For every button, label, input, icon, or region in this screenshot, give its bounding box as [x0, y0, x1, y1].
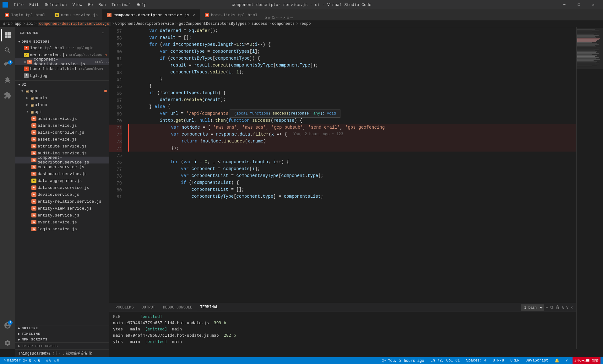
tree-dashboard-service[interactable]: A dashboard.service.js — [15, 170, 109, 177]
activity-accounts[interactable]: 1 — [1, 319, 14, 332]
device-service-icon: A — [31, 192, 36, 197]
tab-debug-console[interactable]: DEBUG CONSOLE — [160, 305, 196, 310]
tab-component-descriptor[interactable]: A component-descriptor.service.js ✕ — [102, 9, 200, 20]
tree-entity-view[interactable]: A entity-view.service.js — [15, 205, 109, 212]
tree-entity-service[interactable]: A entity.service.js — [15, 212, 109, 219]
menu-terminal[interactable]: Terminal — [109, 2, 133, 8]
breadcrumb-src[interactable]: src — [3, 22, 10, 26]
menu-view[interactable]: View — [70, 2, 85, 8]
ember-usages[interactable]: ▶ EMBER FILE USAGES — [15, 342, 109, 349]
encoding-label: UTF-8 — [493, 358, 504, 363]
menu-selection[interactable]: Selection — [42, 2, 69, 8]
activity-search[interactable] — [1, 44, 14, 56]
tree-alias-controller[interactable]: A alias-controller.js — [15, 129, 109, 136]
status-chinese-ime[interactable]: S中♪▼☆☰ 简繁 — [573, 357, 600, 364]
status-git-blame[interactable]: ⓪ You, 2 hours ago — [380, 357, 426, 364]
open-file-component[interactable]: ✕ A component-descriptor.service.js src\… — [15, 58, 109, 65]
tree-attribute-service[interactable]: A attribute.service.js — [15, 143, 109, 150]
status-encoding[interactable]: UTF-8 — [491, 357, 506, 364]
terminal-split-icon[interactable]: ⧉ — [550, 305, 553, 310]
breadcrumb-app[interactable]: app — [15, 22, 22, 26]
tree-entity-relation[interactable]: A entity-relation.service.js — [15, 198, 109, 205]
file-close-component[interactable]: ✕ — [24, 60, 26, 64]
tab-problems[interactable]: PROBLEMS — [112, 305, 137, 310]
status-errors[interactable]: ⊗ 0 ⚠ 0 — [44, 357, 61, 364]
open-editors-header[interactable]: ▼ OPEN EDITORS — [15, 38, 109, 45]
menu-file[interactable]: File — [11, 2, 26, 8]
tree-component-descriptor[interactable]: A component-descriptor.service.js — [15, 157, 109, 163]
breadcrumb-success[interactable]: success — [252, 22, 267, 26]
file-icon-home: H — [24, 67, 29, 71]
breadcrumb-file[interactable]: component-descriptor.service.js — [38, 22, 110, 26]
tab-terminal[interactable]: TERMINAL — [197, 304, 221, 310]
tree-admin-folder[interactable]: ▶ ▣ admin — [15, 94, 109, 101]
tab-menu[interactable]: A menu.service.js — [50, 9, 102, 20]
menu-help[interactable]: Help — [134, 2, 149, 8]
menu-run[interactable]: Run — [96, 2, 108, 8]
main-layout: 1 1 EXPLORER — [0, 27, 603, 349]
terminal-close-icon[interactable]: ✕ — [571, 305, 573, 310]
terminal-shell-selector[interactable]: 1: bash — [521, 304, 544, 311]
menu-edit[interactable]: Edit — [27, 2, 41, 8]
tree-app-folder[interactable]: ▼ ▣ app — [15, 88, 109, 94]
terminal-content[interactable]: KiB [emitted] main.e97946f4779b637c11d4.… — [109, 312, 576, 349]
navigate-forward[interactable]: → — [280, 16, 282, 20]
activity-explorer[interactable] — [1, 29, 14, 41]
close-button[interactable]: ✕ — [586, 0, 600, 9]
open-file-home[interactable]: H home-links.tpl.html src\app\home — [15, 65, 109, 72]
terminal-up-icon[interactable]: ∧ — [562, 305, 564, 310]
tree-api-folder[interactable]: ▼ ▣ api — [15, 108, 109, 115]
status-notification-bell[interactable]: 🔔 — [553, 357, 561, 364]
tab-home-links[interactable]: H home-links.tpl.html — [200, 9, 262, 20]
breadcrumb-class[interactable]: ComponentDescriptorService — [115, 22, 174, 26]
tree-alarm-service[interactable]: A alarm.service.js — [15, 122, 109, 129]
minimize-button[interactable]: ─ — [557, 0, 572, 9]
activity-debug[interactable] — [1, 74, 14, 87]
tab-output[interactable]: OUTPUT — [139, 305, 158, 310]
open-file-bg[interactable]: I bg1.jpg — [15, 72, 109, 79]
terminal-down-icon[interactable]: ∨ — [566, 305, 568, 310]
more-tabs[interactable]: ⋯ — [290, 15, 293, 20]
activity-settings[interactable] — [1, 337, 14, 349]
npm-section[interactable]: ▶ NPM SCRIPTS — [15, 337, 109, 342]
status-line-ending[interactable]: CRLF — [509, 357, 521, 364]
status-language[interactable]: JavaScript — [524, 357, 550, 364]
tab-run-icon[interactable]: ▷ — [268, 15, 271, 20]
breadcrumb-components[interactable]: components — [272, 22, 295, 26]
tab-extra-b[interactable]: b — [265, 16, 267, 20]
outline-section[interactable]: ▶ OUTLINE — [15, 325, 109, 331]
open-file-login[interactable]: H login.tpl.html src\app\login — [15, 45, 109, 51]
status-remote[interactable]: ⚡ — [564, 357, 569, 364]
terminal-trash-icon[interactable]: 🗑 — [555, 305, 560, 310]
toggle-sidebar[interactable]: ⊟ — [287, 15, 289, 20]
tab-login[interactable]: H login.tpl.html — [0, 9, 50, 20]
tree-device-service[interactable]: A device.service.js — [15, 191, 109, 198]
go-to-file[interactable]: ↗ — [283, 15, 285, 20]
menu-go[interactable]: Go — [85, 2, 95, 8]
timeline-section[interactable]: ▶ TIMELINE — [15, 331, 109, 337]
breadcrumb-api[interactable]: api — [26, 22, 33, 26]
tree-data-aggregator[interactable]: A data-aggregator.js — [15, 177, 109, 184]
split-editor[interactable]: ⧉ — [272, 16, 275, 20]
tree-alarm-folder[interactable]: ▶ ▣ alarm — [15, 101, 109, 108]
tree-event-service[interactable]: A event.service.js — [15, 219, 109, 226]
login-service-label: login.service.js — [38, 227, 77, 232]
navigate-back[interactable]: ← — [276, 16, 278, 20]
breadcrumb-method[interactable]: getComponentDescriptorsByTypes — [179, 22, 247, 26]
status-spaces[interactable]: Spaces: 4 — [464, 357, 488, 364]
code-editor[interactable]: 57 58 59 60 61 62 63 64 65 66 67 68 69 7… — [109, 27, 576, 303]
sidebar-action-new-file[interactable]: ⋯ — [102, 31, 105, 35]
activity-source-control[interactable]: 1 — [1, 59, 14, 72]
tab-close-icon[interactable]: ✕ — [193, 13, 195, 18]
status-cursor[interactable]: Ln 72, Col 61 — [429, 357, 461, 364]
activity-extensions[interactable] — [1, 89, 14, 102]
breadcrumb-respo[interactable]: respo — [299, 22, 311, 26]
ui-section-header[interactable]: ▼ UI — [15, 81, 109, 88]
status-branch[interactable]: ⑂ master ⓪ 0 △ 0 — [3, 357, 42, 364]
tree-datasource-service[interactable]: A datasource.service.js — [15, 184, 109, 191]
terminal-new-icon[interactable]: + — [546, 305, 548, 310]
maximize-button[interactable]: □ — [572, 0, 586, 9]
tree-login-service[interactable]: A login.service.js — [15, 226, 109, 233]
tree-admin-service[interactable]: A admin.service.js — [15, 115, 109, 122]
tree-asset-service[interactable]: A asset.service.js — [15, 136, 109, 143]
